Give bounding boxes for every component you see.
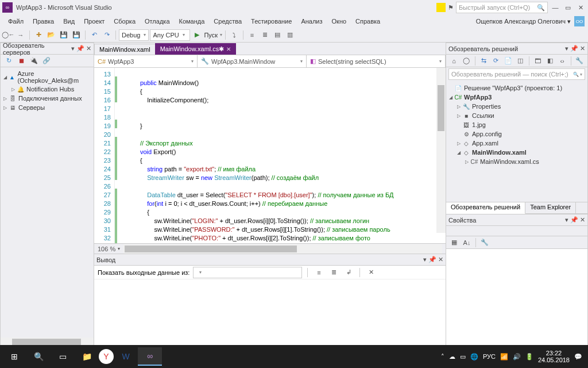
comment-icon[interactable]: ▤ — [272, 29, 283, 41]
start-icon[interactable]: ▶ — [191, 29, 203, 41]
word-icon[interactable]: W — [114, 347, 138, 366]
user-menu[interactable]: Ощепков Александр Олегович ▾ — [476, 18, 572, 25]
pin-icon[interactable]: 📌 — [570, 45, 578, 52]
tree-item[interactable]: ◢◇MainWindow.xaml — [447, 148, 586, 157]
alpha-icon[interactable]: A↓ — [461, 237, 473, 248]
battery-icon[interactable]: 🔋 — [525, 353, 533, 361]
solution-search-input[interactable]: Обозреватель решений — поиск (Ctrl+;) 🔍 … — [448, 68, 585, 80]
restore-button[interactable]: ▭ — [563, 2, 573, 13]
tray-chevron-icon[interactable]: ˄ — [441, 353, 444, 361]
vs-taskbar-icon[interactable]: ∞ — [138, 347, 162, 366]
onedrive-icon[interactable]: ☁ — [449, 353, 455, 361]
nav-scope-combo[interactable]: C#WpfApp3▾ — [94, 55, 198, 67]
showall-icon[interactable]: ◫ — [515, 55, 526, 67]
connect-icon[interactable]: ↻ — [3, 55, 14, 67]
menu-Файл[interactable]: Файл — [3, 16, 28, 26]
avatar[interactable]: ОО — [574, 16, 585, 26]
menu-Правка[interactable]: Правка — [28, 16, 59, 26]
v-scrollbar[interactable] — [436, 68, 446, 233]
clock[interactable]: 23:22 24.05.2018 — [538, 350, 570, 363]
wrench-icon[interactable]: 🔧 — [574, 55, 585, 67]
indent-less-icon[interactable]: ≡ — [246, 29, 258, 41]
volume-icon[interactable]: 🔊 — [513, 353, 521, 361]
doc-tab[interactable]: MainWindow.xaml — [94, 44, 156, 55]
new-project-icon[interactable]: ✚ — [33, 29, 44, 41]
system-tray[interactable]: ˄ ☁ ▭ 🌐 РУС 📶 🔊 🔋 23:22 24.05.2018 💬 — [441, 350, 586, 363]
link-icon[interactable]: 🔗 — [41, 55, 52, 67]
browser-icon[interactable]: Y — [99, 349, 114, 364]
quick-launch-input[interactable]: Быстрый запуск (Ctrl+Q) 🔍 — [456, 2, 548, 13]
redo-icon[interactable]: ↷ — [101, 29, 113, 41]
config-combo[interactable]: Debug — [119, 29, 149, 41]
editor-h-scrollbar[interactable] — [123, 244, 442, 254]
tree-item[interactable]: ▷🖥Серверы — [2, 103, 92, 112]
start-label[interactable]: Пуск — [204, 32, 218, 39]
platform-combo[interactable]: Any CPU — [150, 29, 190, 41]
nav-fwd-icon[interactable]: → — [15, 29, 26, 41]
minimize-button[interactable]: — — [550, 2, 560, 13]
pin-icon[interactable]: 📌 — [428, 256, 436, 263]
tree-item[interactable]: ▷■Ссылки — [447, 111, 586, 120]
wrap-icon[interactable]: ↲ — [343, 267, 354, 278]
wrench-icon[interactable]: 🔧 — [479, 237, 490, 248]
indent-more-icon[interactable]: ≣ — [259, 29, 270, 41]
dropdown-icon[interactable]: ▾ — [71, 45, 75, 52]
doc-tab[interactable]: MainWindow.xaml.cs✱✕ — [155, 43, 237, 55]
tree-item[interactable]: ◢▲Azure (Ochepkov_Aleks@m — [2, 70, 92, 85]
tree-item[interactable]: ▷◇App.xaml — [447, 139, 586, 148]
toggle-icon[interactable]: ≣ — [328, 267, 339, 278]
preview-icon[interactable]: ◧ — [544, 55, 555, 67]
start-button[interactable]: ⊞ — [2, 347, 26, 366]
back-icon[interactable]: ◯ — [461, 55, 471, 67]
output-source-combo[interactable] — [193, 267, 302, 278]
uncomment-icon[interactable]: ▥ — [284, 29, 296, 41]
pin-icon[interactable]: 📌 — [76, 45, 84, 52]
explorer-icon[interactable]: 📁 — [75, 347, 99, 366]
tree-item[interactable]: 📄Решение "WpfApp3" (проектов: 1) — [447, 83, 586, 93]
menu-Окно[interactable]: Окно — [327, 16, 351, 26]
tree-item[interactable]: 🖼1.jpg — [447, 120, 586, 129]
zoom-level[interactable]: 106 % — [98, 246, 115, 252]
notification-badge-icon[interactable] — [436, 3, 446, 12]
home-icon[interactable]: ⌂ — [448, 55, 459, 67]
menu-Справка[interactable]: Справка — [351, 16, 385, 26]
clear-icon[interactable]: ≡ — [313, 267, 324, 278]
properties-object-combo[interactable] — [446, 226, 587, 236]
save-all-icon[interactable]: 💾 — [71, 29, 82, 41]
menu-Анализ[interactable]: Анализ — [296, 16, 327, 26]
add-icon[interactable]: 🔌 — [28, 55, 40, 67]
clear-all-icon[interactable]: ✕ — [365, 267, 377, 278]
tree-item[interactable]: ▷🔔Notification Hubs — [2, 85, 92, 94]
close-icon[interactable]: ✕ — [86, 45, 91, 52]
pin-icon[interactable]: 📌 — [570, 216, 578, 224]
tree-item[interactable]: ▷🔧Properties — [447, 102, 586, 111]
menu-Проект[interactable]: Проект — [79, 16, 109, 26]
search-taskbar-icon[interactable]: 🔍 — [26, 347, 51, 366]
collapse-icon[interactable]: 📄 — [502, 55, 513, 67]
undo-icon[interactable]: ↶ — [88, 29, 100, 41]
taskview-icon[interactable]: ▭ — [51, 347, 75, 366]
nav-class-combo[interactable]: 🔧WpfApp3.MainWindow▾ — [198, 55, 307, 67]
properties-icon[interactable]: 🗔 — [532, 55, 543, 67]
wifi-icon[interactable]: 📶 — [500, 353, 508, 361]
dropdown-icon[interactable]: ▾ — [423, 256, 427, 263]
open-icon[interactable]: 📂 — [45, 29, 57, 41]
tree-item[interactable]: ◢C#WpfApp3 — [447, 93, 586, 102]
output-body[interactable] — [94, 279, 446, 347]
close-icon[interactable]: ✕ — [438, 256, 443, 263]
save-icon[interactable]: 💾 — [58, 29, 69, 41]
tree-item[interactable]: ▷🗄Подключения данных — [2, 94, 92, 103]
refresh-icon[interactable]: ⟳ — [490, 55, 501, 67]
panel-tab[interactable]: Team Explorer — [525, 202, 576, 213]
dropdown-icon[interactable]: ▾ — [565, 45, 568, 52]
categorized-icon[interactable]: ▦ — [448, 237, 460, 248]
step-icon[interactable]: ⤵ — [229, 29, 240, 41]
view-code-icon[interactable]: ‹› — [556, 55, 567, 67]
sync-icon[interactable]: ⇆ — [478, 55, 489, 67]
code-editor[interactable]: 1314151617181920212223242526272829303132… — [94, 68, 446, 243]
tree-item[interactable]: ⚙App.config — [447, 129, 586, 139]
stop-icon[interactable]: ◼ — [16, 55, 27, 67]
panel-tab[interactable]: Обозреватель решений — [446, 202, 525, 214]
tree-item[interactable]: ▷C#MainWindow.xaml.cs — [447, 157, 586, 166]
close-icon[interactable]: ✕ — [580, 45, 585, 52]
